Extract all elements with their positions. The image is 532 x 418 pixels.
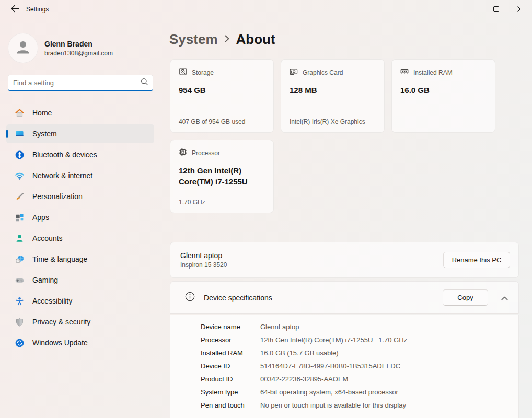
breadcrumb: System About xyxy=(169,31,275,48)
sidebar-item-personalization[interactable]: Personalization xyxy=(6,187,154,206)
spec-label: Device name xyxy=(201,323,260,331)
table-row: Product ID 00342-22236-32895-AAOEM xyxy=(170,373,518,386)
search-box[interactable] xyxy=(8,75,153,91)
spec-label: Pen and touch xyxy=(201,401,260,409)
sidebar-item-privacy-security[interactable]: Privacy & security xyxy=(6,312,154,331)
sidebar-item-label: Gaming xyxy=(32,276,58,284)
sidebar-item-accounts[interactable]: Accounts xyxy=(6,229,154,248)
copy-button[interactable]: Copy xyxy=(443,289,488,306)
card-description: Intel(R) Iris(R) Xe Graphics xyxy=(290,118,365,125)
sidebar-item-label: Personalization xyxy=(32,192,83,201)
sidebar-item-gaming[interactable]: Gaming xyxy=(6,271,154,289)
search-input[interactable] xyxy=(13,79,141,87)
avatar xyxy=(8,33,38,63)
maximize-button[interactable] xyxy=(484,0,508,19)
storage-icon xyxy=(179,67,187,78)
chevron-up-icon xyxy=(501,293,508,303)
table-row: Installed RAM 16.0 GB (15.7 GB usable) xyxy=(170,346,518,359)
chevron-right-icon xyxy=(225,35,229,44)
spec-value: 00342-22236-32895-AAOEM xyxy=(260,375,348,383)
device-specifications-header[interactable]: Device specifications Copy xyxy=(170,281,519,314)
spec-label: Installed RAM xyxy=(201,349,260,357)
sidebar-item-time-language[interactable]: Time & language xyxy=(6,250,154,269)
sidebar-item-label: Accounts xyxy=(32,234,63,242)
profile-email: braden1308@gmail.com xyxy=(44,50,113,57)
card-description: 1.70 GHz xyxy=(179,199,205,206)
sidebar-item-bluetooth-devices[interactable]: Bluetooth & devices xyxy=(6,145,154,164)
rename-pc-button[interactable]: Rename this PC xyxy=(443,252,510,268)
sidebar-item-apps[interactable]: Apps xyxy=(6,208,154,227)
close-button[interactable] xyxy=(508,0,532,19)
minimize-icon xyxy=(469,5,475,14)
sidebar-item-label: Apps xyxy=(32,213,49,222)
sidebar-item-windows-update[interactable]: Windows Update xyxy=(6,333,154,352)
app-title: Settings xyxy=(26,0,49,19)
shield-icon xyxy=(15,317,25,327)
sidebar-item-label: Time & language xyxy=(32,255,87,263)
sidebar-item-accessibility[interactable]: Accessibility xyxy=(6,292,154,310)
system-icon xyxy=(15,129,25,139)
spec-value: No pen or touch input is available for t… xyxy=(260,401,406,409)
table-row: Device name GlennLaptop xyxy=(170,320,518,333)
sidebar-item-label: System xyxy=(32,130,57,138)
table-row: System type 64-bit operating system, x64… xyxy=(170,386,518,399)
storage-card: Storage 954 GB 407 GB of 954 GB used xyxy=(170,59,274,133)
table-row: Processor 12th Gen Intel(R) Core(TM) i7-… xyxy=(170,333,518,346)
collapse-expander-button[interactable] xyxy=(496,290,512,306)
sidebar-item-label: Home xyxy=(32,109,52,117)
spec-value: 12th Gen Intel(R) Core(TM) i7-1255U 1.70… xyxy=(260,336,407,344)
close-icon xyxy=(517,5,523,14)
time-language-icon xyxy=(15,254,25,264)
table-row: Device ID 514164D7-F78D-4997-B0B0-1B5315… xyxy=(170,359,518,373)
card-value: 128 MB xyxy=(290,85,376,96)
accessibility-icon xyxy=(15,296,25,306)
search-icon xyxy=(141,78,148,88)
sidebar-item-system[interactable]: System xyxy=(6,124,154,143)
brush-icon xyxy=(15,192,25,202)
accounts-icon xyxy=(15,234,25,243)
card-value: 16.0 GB xyxy=(400,85,487,96)
device-name: GlennLaptop xyxy=(180,251,443,260)
sidebar-item-label: Network & internet xyxy=(32,171,92,180)
breadcrumb-parent[interactable]: System xyxy=(169,31,218,48)
back-button[interactable] xyxy=(6,2,23,17)
spec-label: Device ID xyxy=(201,362,260,370)
processor-icon xyxy=(179,148,187,158)
spec-value: GlennLaptop xyxy=(260,323,299,331)
selected-accent-pill xyxy=(6,130,8,138)
card-label: Processor xyxy=(192,149,220,157)
device-panel: GlennLaptop Inspiron 15 3520 Rename this… xyxy=(170,242,519,278)
spec-value: 514164D7-F78D-4997-B0B0-1B5315ADEFDC xyxy=(260,362,400,370)
card-label: Graphics Card xyxy=(303,69,343,76)
sidebar-item-label: Bluetooth & devices xyxy=(32,150,97,159)
wifi-icon xyxy=(15,171,25,181)
minimize-button[interactable] xyxy=(460,0,484,19)
user-profile[interactable]: Glenn Braden braden1308@gmail.com xyxy=(8,33,113,63)
card-description: 407 GB of 954 GB used xyxy=(179,118,245,125)
gamepad-icon xyxy=(15,275,25,285)
bluetooth-icon xyxy=(15,150,25,160)
maximize-icon xyxy=(493,5,499,14)
titlebar: Settings xyxy=(0,0,532,19)
spec-cards-row: Storage 954 GB 407 GB of 954 GB used Gra… xyxy=(170,59,495,133)
sidebar-item-label: Windows Update xyxy=(32,339,88,347)
spec-label: Processor xyxy=(201,336,260,344)
device-model: Inspiron 15 3520 xyxy=(180,261,443,269)
sidebar-item-label: Privacy & security xyxy=(32,318,90,326)
breadcrumb-current: About xyxy=(236,31,275,48)
sidebar-item-home[interactable]: Home xyxy=(6,103,154,122)
card-value: 954 GB xyxy=(179,85,265,96)
person-icon xyxy=(14,38,32,58)
sidebar-nav: Home System Bluetooth & devices Network … xyxy=(6,103,154,354)
spec-value: 64-bit operating system, x64-based proce… xyxy=(260,388,398,396)
device-specifications-table: Device name GlennLaptop Processor 12th G… xyxy=(170,315,519,418)
ram-icon xyxy=(400,67,409,78)
processor-card: Processor 12th Gen Intel(R) Core(TM) i7-… xyxy=(170,140,274,213)
graphics-card-icon xyxy=(290,67,298,78)
apps-icon xyxy=(15,213,25,223)
spec-value: 16.0 GB (15.7 GB usable) xyxy=(260,349,339,357)
sidebar-item-network-internet[interactable]: Network & internet xyxy=(6,166,154,185)
device-specifications-title: Device specifications xyxy=(204,294,443,302)
window-controls xyxy=(460,0,532,19)
card-label: Installed RAM xyxy=(413,69,453,76)
